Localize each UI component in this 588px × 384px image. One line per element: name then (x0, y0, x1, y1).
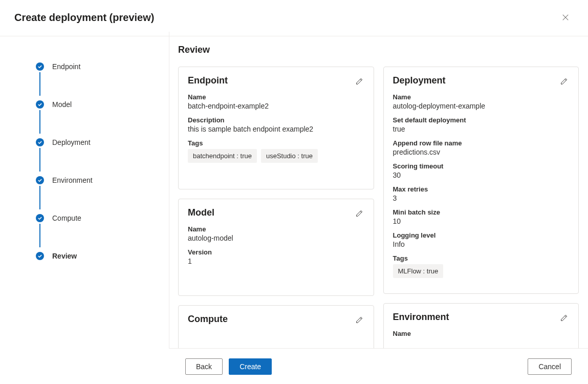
pencil-icon (560, 314, 568, 322)
field-value: autolog-deployment-example (393, 102, 570, 110)
field-value: 1 (188, 257, 364, 265)
pencil-icon (355, 209, 363, 218)
pencil-icon (355, 316, 363, 324)
edit-deployment-button[interactable] (557, 74, 571, 89)
card-title: Compute (188, 314, 364, 325)
step-endpoint[interactable]: Endpoint (36, 61, 169, 72)
step-deployment[interactable]: Deployment (36, 137, 169, 148)
check-icon (36, 62, 44, 71)
field-value: 3 (393, 194, 570, 202)
back-button[interactable]: Back (185, 358, 223, 375)
dialog-title: Create deployment (preview) (14, 12, 154, 24)
field-value: true (393, 125, 570, 133)
pencil-icon (355, 77, 363, 86)
create-button[interactable]: Create (229, 358, 272, 375)
pencil-icon (560, 77, 568, 86)
field-value: Info (393, 240, 570, 248)
edit-environment-button[interactable] (557, 311, 571, 325)
card-deployment: Deployment Nameautolog-deployment-exampl… (383, 67, 579, 294)
field-label: Tags (393, 254, 570, 262)
card-environment: Environment Name (383, 303, 579, 353)
step-label: Endpoint (52, 62, 80, 71)
field-label: Description (188, 116, 364, 124)
check-icon (36, 176, 44, 184)
dialog-header: Create deployment (preview) (0, 0, 588, 36)
card-title: Deployment (393, 75, 570, 86)
check-icon (36, 138, 44, 146)
field-label: Mini batch size (393, 208, 570, 216)
check-icon (36, 100, 44, 109)
edit-compute-button[interactable] (352, 313, 366, 327)
field-label: Tags (188, 139, 364, 147)
close-icon (562, 14, 569, 21)
cancel-button[interactable]: Cancel (528, 358, 572, 375)
section-title: Review (169, 36, 588, 55)
card-model: Model Nameautolog-model Version1 (178, 199, 374, 296)
field-value: autolog-model (188, 234, 364, 242)
field-label: Name (188, 93, 364, 101)
field-label: Name (393, 93, 570, 101)
edit-model-button[interactable] (352, 206, 366, 221)
step-compute[interactable]: Compute (36, 212, 169, 224)
step-environment[interactable]: Environment (36, 175, 169, 186)
step-label: Deployment (52, 138, 91, 146)
card-endpoint: Endpoint Namebatch-endpoint-example2 Des… (178, 67, 374, 189)
step-label: Review (52, 252, 77, 260)
card-title: Environment (393, 312, 570, 323)
field-label: Name (188, 225, 364, 233)
check-icon (36, 214, 44, 222)
field-value: 10 (393, 217, 570, 225)
field-label: Version (188, 248, 364, 256)
step-label: Compute (52, 214, 81, 222)
check-icon (36, 252, 44, 260)
field-value: this is sample batch endpoint example2 (188, 125, 364, 133)
card-title: Model (188, 207, 364, 218)
edit-endpoint-button[interactable] (352, 74, 366, 89)
field-label: Set default deployment (393, 116, 570, 124)
step-review[interactable]: Review (36, 250, 169, 262)
field-label: Append row file name (393, 139, 570, 147)
close-button[interactable] (557, 9, 574, 26)
tag: MLFlow : true (393, 264, 444, 278)
field-label: Scoring timeout (393, 162, 570, 170)
field-value: batch-endpoint-example2 (188, 102, 364, 110)
tag: batchendpoint : true (188, 149, 257, 163)
card-title: Endpoint (188, 75, 364, 86)
card-compute: Compute (178, 305, 374, 353)
review-scroll-area[interactable]: Review the deployment settings Endpoint … (169, 58, 588, 353)
tag: useStudio : true (261, 149, 318, 163)
field-label: Logging level (393, 231, 570, 239)
field-value: predictions.csv (393, 148, 570, 156)
field-label: Name (393, 330, 570, 337)
wizard-footer: Back Create Cancel (169, 348, 588, 384)
step-model[interactable]: Model (36, 99, 169, 110)
field-label: Max retries (393, 185, 570, 193)
step-label: Model (52, 100, 72, 109)
wizard-stepper: Endpoint Model Deployment Environment Co… (0, 36, 169, 353)
field-value: 30 (393, 171, 570, 179)
step-label: Environment (52, 176, 93, 184)
